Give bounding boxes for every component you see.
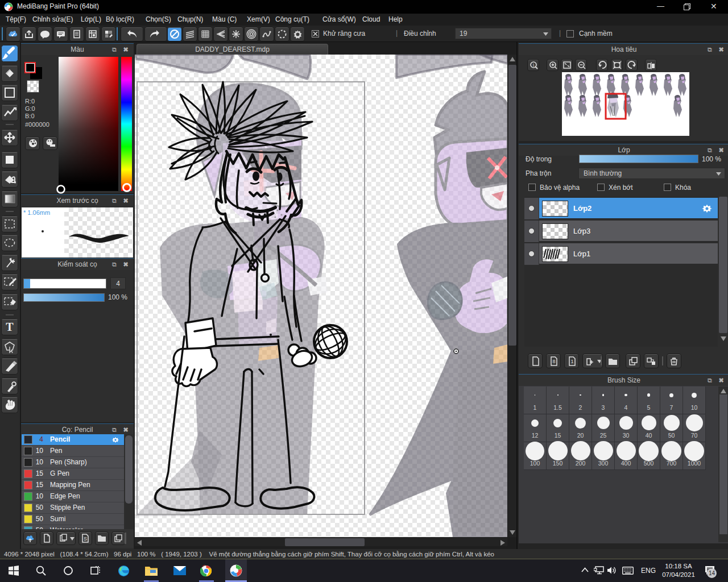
svg-text:T: T (6, 321, 14, 333)
svg-text:S: S (84, 536, 87, 542)
svg-text:8: 8 (552, 359, 555, 364)
svg-text:1: 1 (570, 359, 573, 364)
svg-text:1: 1 (532, 63, 535, 67)
